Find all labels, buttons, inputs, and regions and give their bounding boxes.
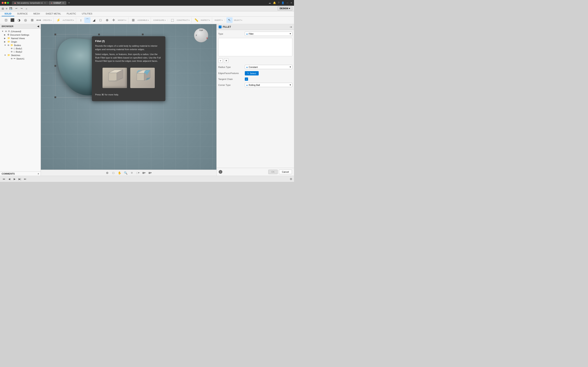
- automate-label[interactable]: AUTOMATE▾: [62, 19, 75, 21]
- create-new-component-button[interactable]: ⊡: [3, 17, 9, 23]
- display-mode-button[interactable]: □: [111, 171, 116, 175]
- remove-selection-button[interactable]: ✕: [224, 58, 228, 63]
- modify-label[interactable]: MODIFY▾: [117, 19, 127, 21]
- mode-tab-sheet-metal[interactable]: SHEET METAL: [43, 11, 64, 16]
- mode-tab-solid[interactable]: SOLID: [2, 11, 14, 16]
- help-icon[interactable]: ?: [278, 1, 279, 4]
- new-tab-button[interactable]: +: [67, 1, 71, 5]
- tree-item-origin[interactable]: ▶ 📁 Origin: [0, 40, 41, 43]
- corner-type-select[interactable]: ◈Rolling Ball ▾: [245, 83, 292, 87]
- press-pull-button[interactable]: ↕: [78, 17, 84, 23]
- tree-item-sketches[interactable]: ▼ 📁 Sketches: [0, 53, 41, 57]
- tooltip-title: Fillet (f): [95, 40, 162, 43]
- timeline-first-button[interactable]: ⏮: [2, 177, 6, 181]
- fillet-button[interactable]: ⌒: [84, 17, 90, 23]
- gear-icon-root[interactable]: ⚙: [8, 30, 10, 33]
- type-label: Type: [218, 33, 245, 35]
- eye-icon-root[interactable]: 👁: [5, 30, 7, 33]
- mode-tab-surface[interactable]: SURFACE: [14, 11, 31, 16]
- construct-label[interactable]: CONSTRUCT▾: [176, 19, 190, 21]
- environment-dropdown[interactable]: ▦▾: [147, 171, 153, 175]
- select-label[interactable]: SELECT▾: [233, 19, 243, 21]
- comments-add-icon[interactable]: +: [38, 173, 39, 175]
- eye-icon-body2[interactable]: 👁: [11, 50, 13, 53]
- create-pattern-button[interactable]: ⊞: [29, 17, 35, 23]
- create-mirror-button[interactable]: ⟺: [35, 17, 42, 23]
- timeline-last-button[interactable]: ⏭: [23, 177, 27, 181]
- select-button[interactable]: ↖: [226, 17, 233, 23]
- panel-expand-icon[interactable]: ⇥: [290, 25, 292, 29]
- tangent-chain-control: ✓: [245, 77, 292, 81]
- hamburger-icon[interactable]: ≡: [6, 7, 7, 10]
- redo-button[interactable]: ↪: [19, 7, 24, 10]
- mode-tab-mesh[interactable]: MESH: [31, 11, 43, 16]
- viewport[interactable]: Fillet (f) Rounds the edges of a solid b…: [41, 24, 216, 176]
- automate-button[interactable]: ⚡: [55, 17, 61, 23]
- tree-item-bodies[interactable]: ▼ 👁 📁 Bodies: [0, 43, 41, 47]
- body-icon-2: □: [14, 50, 15, 53]
- ok-button[interactable]: OK: [268, 170, 278, 174]
- design-dropdown[interactable]: DESIGN ▾: [277, 6, 292, 11]
- select-edges-button[interactable]: ↖ Select: [245, 71, 259, 75]
- close-window-icon[interactable]: ✕: [290, 1, 292, 4]
- browser-collapse-icon[interactable]: ◀: [37, 25, 39, 28]
- save-button[interactable]: 💾: [8, 7, 13, 10]
- radius-type-select[interactable]: ◈Constant ▾: [245, 65, 292, 69]
- shell-button[interactable]: □: [97, 17, 104, 23]
- account-icon[interactable]: 👤: [281, 1, 285, 4]
- home-button[interactable]: ⌂: [25, 7, 28, 10]
- edges-row: Edges/Faces/Features ↖ Select: [218, 71, 292, 75]
- info-button[interactable]: i: [219, 170, 222, 174]
- tree-item-named-views[interactable]: ▶ 📁 Named Views: [0, 36, 41, 40]
- tree-item-doc-settings[interactable]: ▶ ⚙ Document Settings: [0, 33, 41, 36]
- minimize-icon[interactable]: ─: [286, 1, 288, 4]
- combine-button[interactable]: ⊕: [104, 17, 110, 23]
- create-more-button[interactable]: CREATE ▾: [42, 19, 52, 21]
- chamfer-button[interactable]: ◢: [91, 17, 97, 23]
- tree-item-root[interactable]: ▼ 👁 ⚙ (Unsaved): [0, 30, 41, 33]
- undo-button[interactable]: ↩: [14, 7, 18, 10]
- tab2-close[interactable]: ✕: [62, 2, 64, 4]
- timeline-prev-button[interactable]: ◀: [7, 177, 11, 181]
- modify-group: ↕ ⌒ ◢ □ ⊕ ✛ MODIFY▾: [77, 17, 129, 23]
- zoom-button[interactable]: 🔍: [123, 171, 128, 175]
- mode-tab-plastic[interactable]: PLASTIC: [64, 11, 79, 16]
- comments-label: COMMENTS: [2, 173, 15, 175]
- timeline-settings-icon[interactable]: ⚙: [290, 177, 292, 181]
- tree-item-body2[interactable]: 👁 □ Body2: [0, 50, 41, 53]
- tab1-close[interactable]: ✕: [44, 2, 46, 4]
- notification-icon[interactable]: 🔔: [273, 1, 276, 4]
- eye-icon-bodies[interactable]: 👁: [7, 44, 9, 47]
- inspect-label[interactable]: INSPECT▾: [200, 19, 211, 21]
- offset-plane-button[interactable]: ⬚: [169, 17, 176, 23]
- tab-lampshade[interactable]: ◆ fab academy- lampshade v1 ✕: [12, 1, 48, 5]
- cancel-button[interactable]: Cancel: [279, 170, 292, 174]
- measure-button[interactable]: 📏: [193, 17, 199, 23]
- move-button[interactable]: ✛: [111, 17, 117, 23]
- view-cube-dropdown[interactable]: ⬚▾: [135, 171, 140, 175]
- zoom-fit-button[interactable]: ⊙: [129, 171, 134, 175]
- create-hole-button[interactable]: ◎: [22, 17, 29, 23]
- visual-style-dropdown[interactable]: ▦▾: [141, 171, 147, 175]
- axis-indicator[interactable]: TOP Z X: [194, 28, 210, 44]
- create-revolve-button[interactable]: ◑: [16, 17, 22, 23]
- add-selection-button[interactable]: +: [218, 58, 223, 63]
- new-component-button[interactable]: ⊞: [130, 17, 136, 23]
- timeline-play-button[interactable]: ▶: [12, 177, 17, 181]
- type-select[interactable]: ◈Fillet ▾: [245, 32, 292, 36]
- timeline-next-button[interactable]: ▶|: [17, 177, 22, 181]
- tangent-chain-checkbox[interactable]: ✓: [245, 77, 248, 81]
- configure-label[interactable]: CONFIGURE▾: [153, 19, 166, 21]
- create-extrude-button[interactable]: ⬛: [9, 17, 16, 23]
- pan-button[interactable]: ✋: [117, 171, 122, 175]
- eye-icon-body1[interactable]: 👁: [11, 47, 13, 50]
- tree-item-sketch1[interactable]: 👁 ✏ Sketch1: [0, 57, 41, 60]
- eye-icon-sketch1[interactable]: 👁: [11, 58, 13, 60]
- assemble-label[interactable]: ASSEMBLE▾: [137, 19, 149, 21]
- tab-untitled[interactable]: ● Untitled* ✕: [49, 1, 67, 5]
- insert-label[interactable]: INSERT▾: [214, 19, 223, 21]
- app-grid-icon[interactable]: ⊞: [2, 7, 4, 10]
- mode-tab-utilities[interactable]: UTILITIES: [79, 11, 95, 16]
- tree-item-body1[interactable]: 👁 □ Body1: [0, 47, 41, 50]
- snap-settings-button[interactable]: ⚙: [104, 171, 110, 175]
